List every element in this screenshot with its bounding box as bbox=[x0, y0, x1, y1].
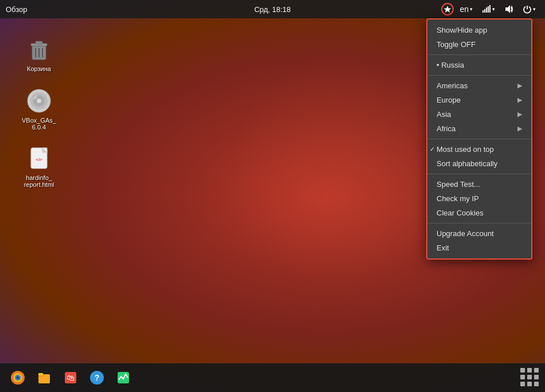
grid-dot bbox=[527, 382, 532, 386]
svg-rect-2 bbox=[484, 9, 485, 13]
americas-arrow-icon: ▶ bbox=[517, 82, 522, 89]
svg-rect-5 bbox=[489, 5, 490, 13]
svg-rect-1 bbox=[482, 10, 484, 13]
html-file-icon: </> bbox=[26, 146, 52, 171]
svg-point-25 bbox=[17, 377, 20, 379]
panel-left: Обзор bbox=[6, 5, 28, 14]
svg-text:🛍: 🛍 bbox=[67, 373, 75, 382]
language-indicator[interactable]: en ▾ bbox=[456, 2, 476, 16]
taskbar-help[interactable]: ? bbox=[85, 366, 109, 390]
menu-clear-cookies[interactable]: Clear Cookies bbox=[427, 206, 531, 220]
top-panel: Обзор Срд, 18:18 en ▾ bbox=[0, 0, 545, 18]
network-chevron-icon: ▾ bbox=[492, 6, 495, 12]
desktop-icon-vbox[interactable]: VBox_GAs_ 6.0.4 bbox=[16, 85, 62, 133]
svg-rect-9 bbox=[36, 41, 42, 44]
menu-sep-1 bbox=[427, 54, 531, 55]
menu-show-hide[interactable]: Show/Hide app bbox=[427, 23, 531, 37]
menu-sep-3 bbox=[427, 139, 531, 139]
svg-rect-4 bbox=[488, 6, 489, 13]
taskbar-files[interactable] bbox=[32, 366, 56, 390]
menu-exit[interactable]: Exit bbox=[427, 241, 531, 255]
menu-speed-test[interactable]: Speed Test... bbox=[427, 177, 531, 191]
svg-text:</>: </> bbox=[36, 157, 42, 162]
panel-right: en ▾ ▾ bbox=[441, 2, 539, 16]
trash-icon bbox=[26, 37, 52, 62]
svg-point-16 bbox=[37, 99, 41, 103]
grid-dot bbox=[520, 375, 525, 379]
grid-dot bbox=[534, 368, 539, 373]
vpn-icon[interactable] bbox=[441, 3, 454, 15]
menu-africa[interactable]: Africa ▶ bbox=[427, 121, 531, 136]
svg-rect-28 bbox=[38, 373, 43, 375]
menu-americas[interactable]: Americas ▶ bbox=[427, 79, 531, 93]
grid-dot bbox=[527, 375, 532, 379]
menu-sep-5 bbox=[427, 223, 531, 224]
desktop-icon-hardinfo[interactable]: </> hardinfo_ report.html bbox=[16, 142, 62, 190]
europe-arrow-icon: ▶ bbox=[517, 96, 522, 104]
context-menu: Show/Hide app Toggle OFF • Russia Americ… bbox=[426, 18, 532, 260]
menu-upgrade[interactable]: Upgrade Account bbox=[427, 226, 531, 241]
taskbar: 🛍 ? bbox=[0, 363, 545, 392]
power-icon[interactable]: ▾ bbox=[519, 2, 539, 16]
network-icon[interactable]: ▾ bbox=[478, 2, 499, 16]
volume-icon[interactable] bbox=[501, 2, 517, 16]
power-chevron-icon: ▾ bbox=[533, 6, 536, 12]
grid-dot bbox=[527, 368, 532, 373]
svg-marker-0 bbox=[444, 6, 451, 13]
svg-rect-3 bbox=[486, 7, 487, 13]
taskbar-appstore[interactable]: 🛍 bbox=[59, 366, 83, 390]
asia-arrow-icon: ▶ bbox=[517, 111, 522, 118]
menu-asia[interactable]: Asia ▶ bbox=[427, 107, 531, 121]
trash-label: Корзина bbox=[27, 65, 51, 72]
lang-chevron-icon: ▾ bbox=[470, 6, 473, 12]
menu-europe[interactable]: Europe ▶ bbox=[427, 93, 531, 107]
desktop: Обзор Срд, 18:18 en ▾ bbox=[0, 0, 545, 392]
panel-title: Обзор bbox=[6, 5, 28, 14]
menu-sep-4 bbox=[427, 174, 531, 174]
show-apps-button[interactable] bbox=[520, 367, 540, 388]
grid-dot bbox=[534, 375, 539, 379]
hardinfo-label: hardinfo_ report.html bbox=[24, 174, 54, 188]
vbox-label: VBox_GAs_ 6.0.4 bbox=[22, 117, 56, 131]
grid-dot bbox=[520, 368, 525, 373]
desktop-icon-trash[interactable]: Корзина bbox=[16, 33, 62, 75]
grid-dot bbox=[534, 382, 539, 386]
svg-marker-6 bbox=[505, 5, 510, 13]
grid-dot bbox=[520, 382, 525, 386]
svg-text:?: ? bbox=[95, 373, 100, 382]
disc-icon bbox=[26, 88, 52, 113]
menu-check-ip[interactable]: Check my IP bbox=[427, 191, 531, 206]
taskbar-system-monitor[interactable] bbox=[111, 366, 135, 390]
taskbar-firefox[interactable] bbox=[6, 366, 30, 390]
panel-datetime: Срд, 18:18 bbox=[254, 5, 291, 14]
menu-toggle-off[interactable]: Toggle OFF bbox=[427, 37, 531, 52]
menu-most-used[interactable]: Most used on top bbox=[427, 142, 531, 156]
menu-russia[interactable]: • Russia bbox=[427, 58, 531, 72]
menu-sort-alpha[interactable]: Sort alphabetically bbox=[427, 156, 531, 171]
menu-sep-2 bbox=[427, 75, 531, 76]
africa-arrow-icon: ▶ bbox=[517, 125, 522, 132]
